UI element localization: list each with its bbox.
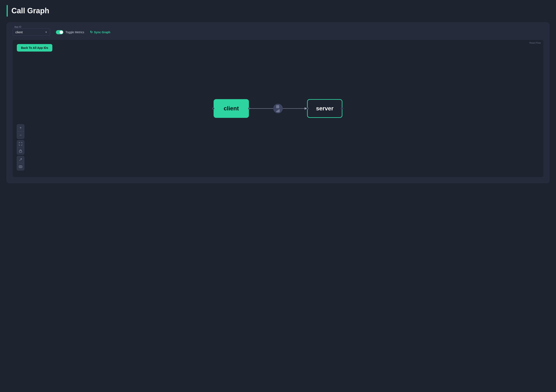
- server-node[interactable]: server: [307, 99, 342, 118]
- server-handle-right: [341, 108, 343, 110]
- app-id-dropdown[interactable]: client ▼: [13, 29, 50, 36]
- expand-icon: [19, 158, 22, 161]
- sync-icon: ↻: [90, 30, 93, 34]
- app-id-selector: App ID client ▼: [13, 29, 50, 36]
- zoom-out-button[interactable]: −: [17, 132, 24, 139]
- toggle-label: Toggle Metrics: [65, 31, 84, 34]
- toggle-switch[interactable]: [56, 30, 63, 34]
- metrics-node-button[interactable]: ▩: [273, 104, 283, 113]
- page-title: Call Graph: [11, 7, 49, 15]
- client-node-label: client: [224, 105, 239, 112]
- svg-rect-3: [278, 110, 278, 112]
- toggle-metrics[interactable]: Toggle Metrics: [56, 30, 84, 34]
- header-accent: [7, 5, 8, 17]
- minimap-icon: [19, 165, 22, 168]
- fit-view-button[interactable]: [17, 140, 24, 147]
- page-header: Call Graph: [7, 5, 549, 17]
- lock-icon: [19, 149, 22, 153]
- view-controls: [17, 140, 24, 155]
- back-to-all-app-ids-button[interactable]: Back To All App IDs: [17, 44, 52, 52]
- bar-chart-icon: ▩: [276, 104, 280, 113]
- expand-button[interactable]: [17, 156, 24, 163]
- zoom-in-button[interactable]: +: [17, 125, 24, 132]
- fit-view-icon: [19, 142, 22, 146]
- chevron-down-icon: ▼: [45, 31, 47, 34]
- toggle-knob: [60, 31, 63, 34]
- graph-canvas: React Flow Back To All App IDs client: [13, 40, 543, 177]
- minimap-controls: [17, 156, 24, 170]
- client-node[interactable]: client: [214, 99, 249, 118]
- svg-rect-2: [277, 111, 277, 112]
- zoom-controls: + −: [17, 124, 24, 139]
- svg-rect-4: [279, 109, 279, 112]
- server-node-label: server: [316, 105, 333, 112]
- sync-graph-button[interactable]: ↻ Sync Graph: [90, 30, 110, 34]
- graph-area: client ▩: [13, 40, 543, 177]
- main-card: App ID client ▼ Toggle Metrics ↻ Sync Gr…: [7, 23, 549, 183]
- app-id-label: App ID: [14, 26, 21, 28]
- flow-controls: + −: [17, 124, 24, 171]
- svg-rect-5: [19, 151, 22, 152]
- edge-line: ▩: [249, 104, 307, 113]
- client-handle-left: [212, 108, 214, 110]
- toolbar: App ID client ▼ Toggle Metrics ↻ Sync Gr…: [13, 29, 543, 36]
- sync-button-label: Sync Graph: [94, 31, 110, 34]
- app-id-value: client: [15, 30, 23, 34]
- minimap-button[interactable]: [17, 163, 24, 170]
- lock-button[interactable]: [17, 147, 24, 154]
- flow-container: client ▩: [214, 99, 342, 118]
- server-handle-left: [307, 108, 309, 110]
